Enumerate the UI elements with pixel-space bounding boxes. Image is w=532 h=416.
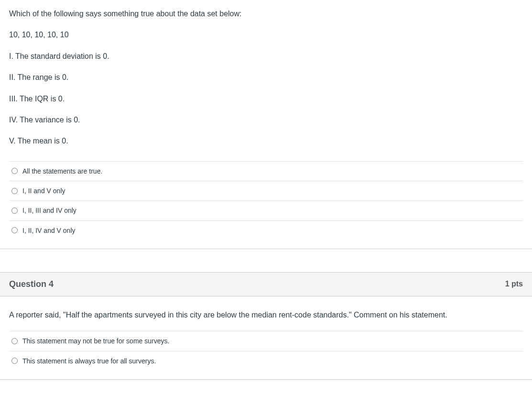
q3-option-2-label: I, II, III and IV only xyxy=(22,206,76,215)
q4-option-0-radio[interactable] xyxy=(11,338,18,344)
question-4-block: Question 4 1 pts A reporter said, "Half … xyxy=(0,272,532,380)
q3-option-0-label: All the statements are true. xyxy=(22,166,102,176)
spacer xyxy=(0,249,532,272)
q4-option-0-label: This statement may not be true for some … xyxy=(22,336,169,346)
q3-option-1-radio[interactable] xyxy=(11,188,18,194)
q3-prompt-line-3: II. The range is 0. xyxy=(9,72,523,83)
q3-prompt-line-5: IV. The variance is 0. xyxy=(9,115,523,125)
q3-prompt-line-4: III. The IQR is 0. xyxy=(9,94,523,104)
q4-option-1-row[interactable]: This statement is always true for all su… xyxy=(9,351,523,371)
q4-option-1-radio[interactable] xyxy=(11,358,18,364)
q3-option-2-row[interactable]: I, II, III and IV only xyxy=(9,201,523,220)
q3-option-3-row[interactable]: I, II, IV and V only xyxy=(9,221,523,240)
question-4-body: A reporter said, "Half the apartments su… xyxy=(0,296,532,380)
q3-option-0-row[interactable]: All the statements are true. xyxy=(9,162,523,181)
q4-option-0-row[interactable]: This statement may not be true for some … xyxy=(9,331,523,351)
q3-answers: All the statements are true. I, II and V… xyxy=(9,161,523,240)
q4-answers: This statement may not be true for some … xyxy=(9,331,523,371)
q3-prompt-line-6: V. The mean is 0. xyxy=(9,136,523,146)
question-4-header: Question 4 1 pts xyxy=(0,272,532,296)
q3-option-1-row[interactable]: I, II and V only xyxy=(9,181,523,201)
q4-prompt: A reporter said, "Half the apartments su… xyxy=(9,310,523,320)
q3-option-3-label: I, II, IV and V only xyxy=(22,226,76,235)
q4-option-1-label: This statement is always true for all su… xyxy=(22,356,156,366)
question-4-points: 1 pts xyxy=(505,280,523,288)
q3-option-1-label: I, II and V only xyxy=(22,186,65,196)
question-4-title: Question 4 xyxy=(9,279,54,289)
q3-option-2-radio[interactable] xyxy=(11,208,18,214)
question-3-body: Which of the following says something tr… xyxy=(0,0,532,249)
q3-prompt-line-2: I. The standard deviation is 0. xyxy=(9,51,523,62)
q3-prompt-line-0: Which of the following says something tr… xyxy=(9,9,523,19)
question-3-block: Which of the following says something tr… xyxy=(0,0,532,249)
q3-prompt-line-1: 10, 10, 10, 10, 10 xyxy=(9,30,523,40)
q3-option-3-radio[interactable] xyxy=(11,227,18,233)
q3-option-0-radio[interactable] xyxy=(11,168,18,174)
